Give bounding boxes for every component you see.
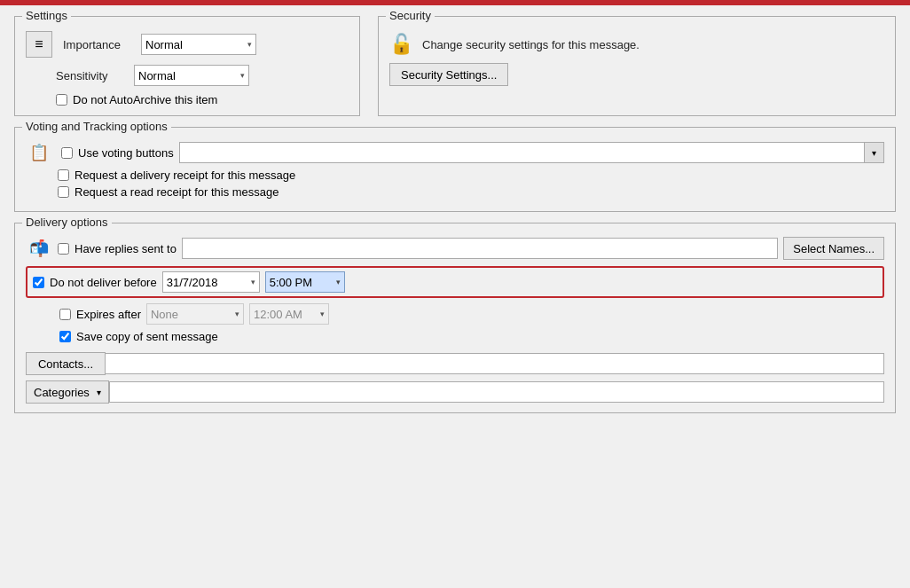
deliver-time-value: 5:00 PM [270, 276, 333, 289]
categories-input[interactable]: None [109, 381, 884, 403]
voting-icon: 📋 [26, 140, 52, 165]
select-names-button[interactable]: Select Names... [783, 237, 884, 260]
security-content: 🔓 Change security settings for this mess… [389, 24, 884, 86]
voting-group: Voting and Tracking options 📋 Use voting… [14, 127, 896, 212]
deliver-time-arrow: ▾ [336, 278, 341, 286]
use-voting-checkbox[interactable] [61, 147, 73, 159]
save-copy-checkbox[interactable] [59, 331, 71, 342]
importance-row: ≡ Importance Normal ▾ [26, 31, 349, 58]
expires-time-arrow: ▾ [320, 310, 325, 318]
delivery-content: 📬 Have replies sent to Select Names... D… [26, 236, 884, 404]
voting-content: 📋 Use voting buttons ▾ Request a deliver… [26, 140, 884, 199]
importance-arrow: ▾ [247, 40, 252, 49]
have-replies-checkbox[interactable] [58, 243, 69, 255]
deliver-date-value: 31/7/2018 [167, 276, 251, 289]
expires-time-value: 12:00 AM [254, 308, 320, 321]
save-copy-label: Save copy of sent message [76, 330, 218, 343]
settings-group: Settings ≡ Importance Normal ▾ Sensitivi… [14, 16, 360, 116]
delivery-icon: 📬 [26, 236, 52, 261]
do-not-deliver-label: Do not deliver before [50, 276, 157, 289]
security-group: Security 🔓 Change security settings for … [378, 16, 896, 116]
expires-label: Expires after [76, 308, 141, 321]
security-settings-button[interactable]: Security Settings... [389, 63, 508, 86]
delivery-receipt-label: Request a delivery receipt for this mess… [75, 169, 295, 182]
have-replies-label: Have replies sent to [75, 242, 177, 255]
use-voting-row: 📋 Use voting buttons ▾ [26, 140, 884, 165]
read-receipt-checkbox[interactable] [58, 186, 69, 198]
expires-time-dropdown: 12:00 AM ▾ [249, 303, 329, 325]
delivery-receipt-checkbox[interactable] [58, 169, 69, 181]
delivery-group: Delivery options 📬 Have replies sent to … [14, 223, 896, 413]
settings-group-title: Settings [22, 9, 71, 22]
importance-dropdown[interactable]: Normal ▾ [141, 34, 256, 55]
do-not-deliver-row: Do not deliver before 31/7/2018 ▾ 5:00 P… [26, 266, 884, 298]
main-container: Settings ≡ Importance Normal ▾ Sensitivi… [0, 5, 910, 588]
voting-group-title: Voting and Tracking options [22, 120, 171, 133]
sensitivity-value: Normal [138, 69, 240, 82]
contacts-row: Contacts... [26, 352, 884, 375]
save-copy-row: Save copy of sent message [59, 330, 884, 343]
sensitivity-row: Sensitivity Normal ▾ [56, 65, 349, 86]
categories-row: Categories ▾ None [26, 380, 884, 404]
security-lock-icon: 🔓 [389, 33, 413, 56]
read-receipt-row: Request a read receipt for this message [58, 185, 884, 199]
security-button-row: Security Settings... [389, 63, 884, 86]
do-not-deliver-checkbox[interactable] [33, 277, 44, 288]
delivery-receipt-row: Request a delivery receipt for this mess… [58, 169, 884, 182]
security-description: Change security settings for this messag… [422, 38, 639, 51]
voting-input-container: ▾ [179, 142, 884, 163]
categories-arrow: ▾ [97, 388, 101, 397]
autoarchive-label: Do not AutoArchive this item [73, 93, 217, 106]
contacts-input[interactable] [106, 353, 884, 374]
importance-label: Importance [63, 38, 134, 51]
expires-row: Expires after None ▾ 12:00 AM ▾ [59, 303, 884, 325]
voting-buttons-dropdown-btn[interactable]: ▾ [865, 142, 884, 163]
categories-label: Categories [34, 386, 90, 399]
use-voting-label: Use voting buttons [78, 146, 174, 160]
autoarchive-checkbox[interactable] [56, 94, 67, 106]
expires-date-arrow: ▾ [235, 310, 239, 318]
top-section: Settings ≡ Importance Normal ▾ Sensitivi… [14, 16, 896, 116]
importance-value: Normal [145, 38, 247, 51]
sensitivity-label: Sensitivity [56, 69, 127, 82]
read-receipt-label: Request a read receipt for this message [75, 185, 279, 199]
contacts-button[interactable]: Contacts... [26, 352, 106, 375]
have-replies-row: 📬 Have replies sent to Select Names... [26, 236, 884, 261]
security-desc-row: 🔓 Change security settings for this mess… [389, 33, 884, 56]
expires-checkbox[interactable] [59, 309, 71, 320]
deliver-date-arrow: ▾ [251, 278, 255, 286]
contacts-categories-section: Contacts... Categories ▾ None [26, 352, 884, 404]
have-replies-input[interactable] [182, 238, 778, 259]
deliver-date-dropdown[interactable]: 31/7/2018 ▾ [162, 271, 260, 293]
security-group-title: Security [386, 9, 435, 22]
deliver-time-dropdown[interactable]: 5:00 PM ▾ [265, 271, 345, 293]
expires-date-value: None [151, 308, 235, 321]
categories-button[interactable]: Categories ▾ [26, 380, 109, 404]
voting-buttons-input[interactable] [179, 142, 865, 163]
settings-icon: ≡ [26, 31, 52, 58]
autoarchive-row: Do not AutoArchive this item [56, 93, 349, 106]
expires-date-dropdown: None ▾ [146, 303, 244, 325]
sensitivity-arrow: ▾ [240, 71, 245, 80]
sensitivity-dropdown[interactable]: Normal ▾ [134, 65, 249, 86]
delivery-group-title: Delivery options [22, 216, 112, 229]
